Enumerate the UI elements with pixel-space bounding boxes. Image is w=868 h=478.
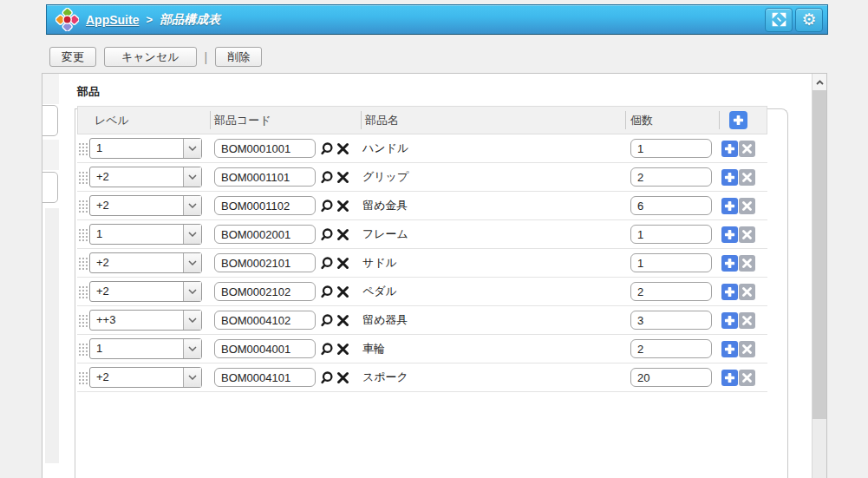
add-row-button[interactable] <box>721 341 738 357</box>
part-code-input[interactable] <box>214 311 316 330</box>
table-row: 1 フレーム <box>77 220 767 249</box>
part-code-input[interactable] <box>214 282 316 301</box>
quantity-input[interactable] <box>630 282 712 301</box>
change-button[interactable]: 変更 <box>49 47 96 67</box>
quantity-input[interactable] <box>630 253 712 272</box>
part-code-input[interactable] <box>214 139 316 158</box>
search-icon[interactable] <box>320 227 335 242</box>
search-icon[interactable] <box>320 313 335 328</box>
add-row-button[interactable] <box>721 312 738 329</box>
search-icon[interactable] <box>320 199 335 213</box>
level-select[interactable]: 1 <box>89 338 202 359</box>
chevron-down-icon <box>183 368 201 387</box>
header-separator <box>625 111 626 129</box>
drag-handle-icon[interactable] <box>78 343 88 357</box>
delete-button[interactable]: 削除 <box>215 47 262 67</box>
drag-handle-icon[interactable] <box>78 314 88 328</box>
part-code-input[interactable] <box>214 167 316 187</box>
drag-handle-icon[interactable] <box>78 142 88 156</box>
x-icon <box>742 287 752 297</box>
delete-row-button[interactable] <box>739 255 755 272</box>
part-name-text: フレーム <box>362 220 408 248</box>
clear-icon[interactable] <box>336 257 349 270</box>
level-select[interactable]: +2 <box>89 281 202 302</box>
clear-icon[interactable] <box>336 200 349 213</box>
drag-handle-icon[interactable] <box>78 171 88 185</box>
add-row-button[interactable] <box>721 141 738 157</box>
quantity-input[interactable] <box>630 368 712 387</box>
add-row-button[interactable] <box>721 255 738 272</box>
add-row-button[interactable] <box>721 226 738 243</box>
part-code-input[interactable] <box>214 339 316 358</box>
plus-icon <box>724 372 735 383</box>
add-row-button[interactable] <box>721 370 738 386</box>
level-select[interactable]: +2 <box>89 252 202 273</box>
delete-row-button[interactable] <box>739 198 755 214</box>
drag-handle-icon[interactable] <box>78 371 88 385</box>
level-select[interactable]: +2 <box>89 167 202 187</box>
x-icon <box>742 230 752 239</box>
delete-row-button[interactable] <box>739 169 755 186</box>
part-code-input[interactable] <box>214 253 316 272</box>
search-icon[interactable] <box>320 256 335 271</box>
quantity-input[interactable] <box>630 196 712 215</box>
scrollbar-thumb[interactable] <box>813 90 826 419</box>
part-code-input[interactable] <box>214 368 316 387</box>
clear-icon[interactable] <box>336 371 349 384</box>
part-name-text: スポーク <box>362 363 408 391</box>
quantity-input[interactable] <box>630 167 712 187</box>
settings-button[interactable]: ⚙ <box>795 8 823 32</box>
clear-icon[interactable] <box>336 142 349 155</box>
clear-icon[interactable] <box>336 314 349 327</box>
part-code-input[interactable] <box>214 196 316 215</box>
delete-row-button[interactable] <box>739 370 755 386</box>
delete-row-button[interactable] <box>739 284 755 300</box>
clear-icon[interactable] <box>336 228 349 241</box>
delete-row-button[interactable] <box>739 312 755 329</box>
parts-table-header: レベル 部品コード 部品名 個数 <box>77 106 767 134</box>
drag-handle-icon[interactable] <box>78 257 88 271</box>
level-select[interactable]: 1 <box>89 224 202 245</box>
quantity-input[interactable] <box>630 225 712 244</box>
delete-row-button[interactable] <box>739 341 755 357</box>
level-select[interactable]: ++3 <box>89 310 202 331</box>
chevron-down-icon <box>183 339 201 358</box>
search-icon[interactable] <box>320 285 335 299</box>
clear-icon[interactable] <box>336 343 349 356</box>
fullscreen-button[interactable] <box>765 8 793 32</box>
level-select[interactable]: 1 <box>89 138 202 159</box>
level-select-value: +2 <box>96 196 109 215</box>
vertical-scrollbar[interactable] <box>812 74 826 478</box>
level-select-value: 1 <box>96 225 102 244</box>
level-select[interactable]: +2 <box>89 367 202 388</box>
level-select[interactable]: +2 <box>89 195 202 216</box>
delete-row-button[interactable] <box>739 226 755 243</box>
chevron-down-icon <box>183 167 201 187</box>
search-icon[interactable] <box>320 141 335 156</box>
add-row-button[interactable] <box>721 198 738 214</box>
drag-handle-icon[interactable] <box>78 228 88 242</box>
search-icon[interactable] <box>320 342 335 357</box>
action-toolbar: 変更 キャンセル | 削除 <box>49 47 262 67</box>
table-row: +2 サドル <box>77 249 767 278</box>
appsuite-home-link[interactable]: AppSuite <box>86 13 139 27</box>
part-code-input[interactable] <box>214 225 316 244</box>
clear-icon[interactable] <box>336 171 349 184</box>
part-name-text: ペダル <box>362 278 397 305</box>
cancel-button[interactable]: キャンセル <box>104 47 197 67</box>
add-row-button[interactable] <box>721 284 738 300</box>
drag-handle-icon[interactable] <box>78 285 88 299</box>
scroll-up-button[interactable] <box>813 74 826 90</box>
clear-icon[interactable] <box>336 285 349 298</box>
x-icon <box>742 259 752 268</box>
delete-row-button[interactable] <box>739 141 755 157</box>
search-icon[interactable] <box>320 170 335 185</box>
form-panel: 部品 レベル 部品コード 部品名 個数 1 <box>42 73 827 478</box>
drag-handle-icon[interactable] <box>78 200 88 213</box>
add-row-header-button[interactable] <box>729 111 747 129</box>
quantity-input[interactable] <box>630 139 712 158</box>
quantity-input[interactable] <box>630 311 712 330</box>
quantity-input[interactable] <box>630 339 712 358</box>
search-icon[interactable] <box>320 370 335 385</box>
add-row-button[interactable] <box>721 169 738 186</box>
